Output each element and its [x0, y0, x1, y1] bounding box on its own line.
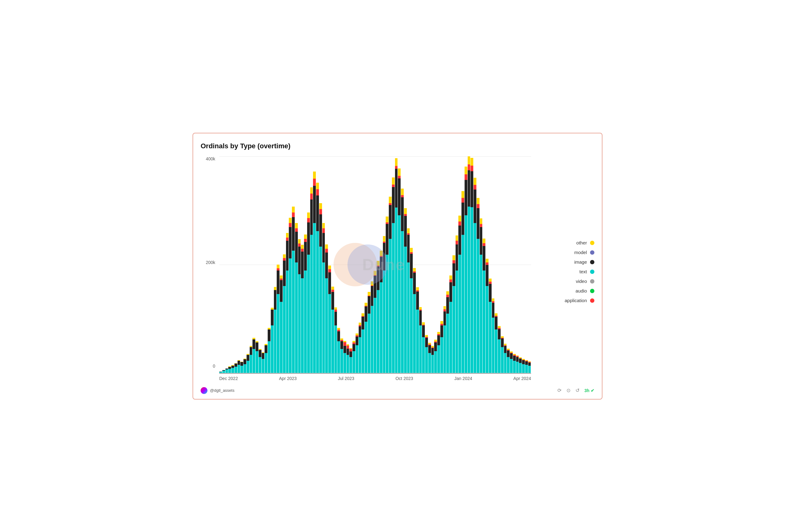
bar-segment	[277, 265, 279, 269]
bar-segment	[361, 317, 364, 329]
bar-segment	[283, 261, 286, 286]
bar-segment	[319, 247, 322, 373]
bar-segment	[247, 361, 249, 373]
bar-segment	[380, 282, 383, 373]
bar-group	[328, 156, 331, 373]
bar-segment	[477, 204, 480, 208]
bar-segment	[359, 337, 361, 373]
bar-segment	[262, 353, 265, 359]
bar-segment	[313, 223, 316, 373]
bar-group	[477, 156, 480, 373]
bar-segment	[398, 215, 401, 373]
camera-icon[interactable]: ⊙	[566, 387, 571, 393]
legend-item-image: image	[539, 259, 594, 265]
bar-segment	[231, 368, 234, 373]
bar-segment	[325, 244, 328, 249]
bar-segment	[304, 239, 307, 242]
bar-segment	[422, 337, 425, 373]
bar-segment	[374, 298, 376, 373]
bar-segment	[474, 223, 476, 373]
bar-segment	[510, 359, 513, 373]
bar-segment	[243, 364, 246, 373]
bar-segment	[449, 276, 452, 280]
bar-group	[419, 156, 422, 373]
bar-segment	[361, 313, 364, 316]
bar-segment	[386, 216, 389, 223]
refresh-icon[interactable]: ⟳	[557, 387, 561, 393]
bar-group	[368, 156, 371, 373]
legend-item-audio: audio	[539, 288, 594, 293]
bar-segment	[231, 366, 234, 368]
bar-segment	[416, 309, 419, 373]
bar-segment	[292, 212, 295, 217]
bar-group	[359, 156, 361, 373]
bar-segment	[331, 287, 334, 290]
bar-segment	[458, 215, 461, 222]
bar-group	[456, 156, 458, 373]
x-label-jan2024: Jan 2024	[454, 376, 472, 381]
bar-segment	[507, 357, 510, 373]
bar-segment	[431, 355, 434, 373]
bar-group	[222, 156, 225, 373]
bar-segment	[483, 270, 485, 373]
bar-segment	[489, 302, 492, 373]
bar-segment	[313, 186, 316, 223]
bar-segment	[449, 302, 452, 373]
bar-segment	[286, 241, 289, 270]
bar-group	[256, 156, 258, 373]
bar-segment	[404, 208, 407, 214]
bar-group	[310, 156, 313, 373]
bar-segment	[446, 314, 449, 373]
bar-segment	[528, 363, 531, 366]
legend-label-audio: audio	[575, 288, 587, 293]
footer-right: ⟳ ⊙ ↺ 3h ✔	[557, 387, 594, 393]
bar-segment	[468, 207, 470, 373]
bar-segment	[525, 365, 528, 373]
legend-label-application: application	[564, 298, 587, 303]
x-label-apr2024: Apr 2024	[513, 376, 531, 381]
bar-segment	[283, 286, 286, 373]
bar-segment	[386, 255, 389, 373]
bar-group	[295, 156, 298, 373]
bar-group	[458, 156, 461, 373]
avatar	[201, 387, 207, 394]
bar-segment	[456, 270, 458, 373]
y-axis: 400k 200k 0	[201, 156, 218, 368]
bar-segment	[331, 309, 334, 373]
bar-group	[374, 156, 376, 373]
bar-segment	[510, 353, 513, 359]
bar-segment	[437, 332, 440, 335]
bar-group	[395, 156, 398, 373]
legend-item-text: text	[539, 269, 594, 274]
bar-segment	[240, 366, 243, 373]
legend-label-other: other	[576, 240, 587, 245]
bar-segment	[501, 338, 504, 347]
bar-segment	[319, 203, 322, 209]
bar-segment	[322, 262, 325, 373]
bar-segment	[377, 266, 379, 290]
bar-segment	[271, 309, 274, 325]
bar-group	[337, 156, 340, 373]
bar-group	[225, 156, 228, 373]
bar-segment	[413, 268, 416, 271]
undo-icon[interactable]: ↺	[575, 387, 579, 393]
bar-segment	[401, 197, 404, 231]
bar-segment	[343, 342, 346, 346]
y-label-0: 0	[213, 364, 215, 368]
bar-segment	[419, 325, 422, 373]
bar-group	[492, 156, 495, 373]
bar-segment	[377, 261, 379, 266]
bar-segment	[335, 312, 337, 325]
bar-group	[446, 156, 449, 373]
bar-group	[416, 156, 419, 373]
bar-segment	[486, 265, 488, 286]
bar-segment	[304, 270, 307, 373]
bar-segment	[289, 259, 292, 373]
bar-segment	[319, 214, 322, 247]
bar-segment	[277, 294, 279, 373]
bar-segment	[465, 167, 467, 174]
bar-segment	[489, 284, 492, 302]
bar-segment	[452, 286, 455, 373]
bar-segment	[458, 222, 461, 226]
bar-segment	[483, 243, 485, 246]
